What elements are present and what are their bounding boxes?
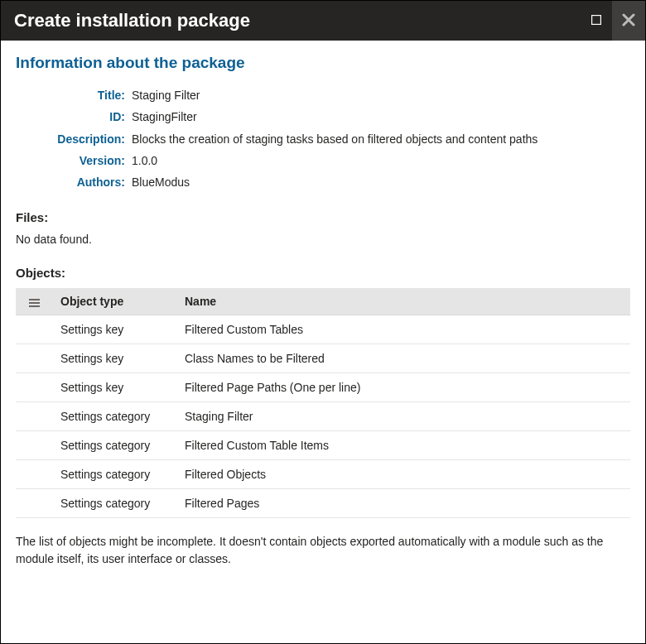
table-row[interactable]: Settings categoryFiltered Custom Table I… bbox=[16, 431, 630, 460]
info-label: Description: bbox=[22, 131, 132, 147]
table-cell-type: Settings category bbox=[52, 402, 176, 431]
package-info: Title: Staging Filter ID: StagingFilter … bbox=[22, 87, 630, 190]
table-cell-name: Staging Filter bbox=[176, 402, 630, 431]
table-cell-handle bbox=[16, 431, 52, 460]
close-icon bbox=[621, 12, 636, 30]
table-header-row: Object type Name bbox=[16, 288, 630, 315]
table-cell-type: Settings key bbox=[52, 315, 176, 344]
info-value: StagingFilter bbox=[132, 108, 197, 125]
table-cell-name: Filtered Custom Table Items bbox=[176, 431, 630, 460]
table-cell-handle bbox=[16, 344, 52, 373]
info-row-description: Description: Blocks the creation of stag… bbox=[22, 131, 630, 147]
table-cell-handle bbox=[16, 315, 52, 344]
footer-note: The list of objects might be incomplete.… bbox=[16, 533, 630, 567]
window-controls bbox=[581, 1, 645, 41]
files-heading: Files: bbox=[16, 210, 630, 224]
files-empty-text: No data found. bbox=[16, 233, 630, 246]
info-row-authors: Authors: BlueModus bbox=[22, 174, 630, 190]
table-cell-name: Filtered Objects bbox=[176, 460, 630, 489]
table-cell-name: Filtered Custom Tables bbox=[176, 315, 630, 344]
maximize-button[interactable] bbox=[581, 1, 612, 41]
table-row[interactable]: Settings keyFiltered Page Paths (One per… bbox=[16, 373, 630, 402]
svg-rect-0 bbox=[592, 16, 601, 25]
table-row[interactable]: Settings keyClass Names to be Filtered bbox=[16, 344, 630, 373]
table-cell-name: Filtered Pages bbox=[176, 489, 630, 518]
hamburger-icon bbox=[29, 299, 40, 307]
info-label: Title: bbox=[22, 87, 132, 103]
info-label: Authors: bbox=[22, 174, 132, 190]
table-cell-handle bbox=[16, 489, 52, 518]
info-label: ID: bbox=[22, 108, 132, 125]
info-label: Version: bbox=[22, 152, 132, 169]
table-cell-type: Settings category bbox=[52, 460, 176, 489]
table-cell-name: Filtered Page Paths (One per line) bbox=[176, 373, 630, 402]
table-header-handle[interactable] bbox=[16, 288, 52, 315]
titlebar: Create installation package bbox=[1, 1, 645, 41]
info-row-version: Version: 1.0.0 bbox=[22, 152, 630, 169]
close-button[interactable] bbox=[612, 1, 645, 41]
table-cell-type: Settings category bbox=[52, 489, 176, 518]
objects-heading: Objects: bbox=[16, 266, 630, 280]
info-value: Staging Filter bbox=[132, 87, 200, 103]
table-cell-type: Settings key bbox=[52, 373, 176, 402]
table-cell-name: Class Names to be Filtered bbox=[176, 344, 630, 373]
table-cell-handle bbox=[16, 460, 52, 489]
dialog-content: Information about the package Title: Sta… bbox=[1, 41, 645, 582]
info-row-title: Title: Staging Filter bbox=[22, 87, 630, 103]
table-cell-handle bbox=[16, 373, 52, 402]
info-value: 1.0.0 bbox=[132, 152, 157, 169]
window-title: Create installation package bbox=[14, 10, 250, 31]
table-cell-type: Settings category bbox=[52, 431, 176, 460]
table-row[interactable]: Settings keyFiltered Custom Tables bbox=[16, 315, 630, 344]
maximize-icon bbox=[591, 14, 601, 27]
info-value: BlueModus bbox=[132, 174, 190, 190]
table-row[interactable]: Settings categoryFiltered Pages bbox=[16, 489, 630, 518]
section-heading: Information about the package bbox=[16, 54, 630, 72]
info-row-id: ID: StagingFilter bbox=[22, 108, 630, 125]
table-cell-handle bbox=[16, 402, 52, 431]
info-value: Blocks the creation of staging tasks bas… bbox=[132, 131, 538, 147]
objects-table: Object type Name Settings keyFiltered Cu… bbox=[16, 288, 630, 518]
table-cell-type: Settings key bbox=[52, 344, 176, 373]
table-header-name[interactable]: Name bbox=[176, 288, 630, 315]
table-row[interactable]: Settings categoryFiltered Objects bbox=[16, 460, 630, 489]
table-header-type[interactable]: Object type bbox=[52, 288, 176, 315]
table-row[interactable]: Settings categoryStaging Filter bbox=[16, 402, 630, 431]
